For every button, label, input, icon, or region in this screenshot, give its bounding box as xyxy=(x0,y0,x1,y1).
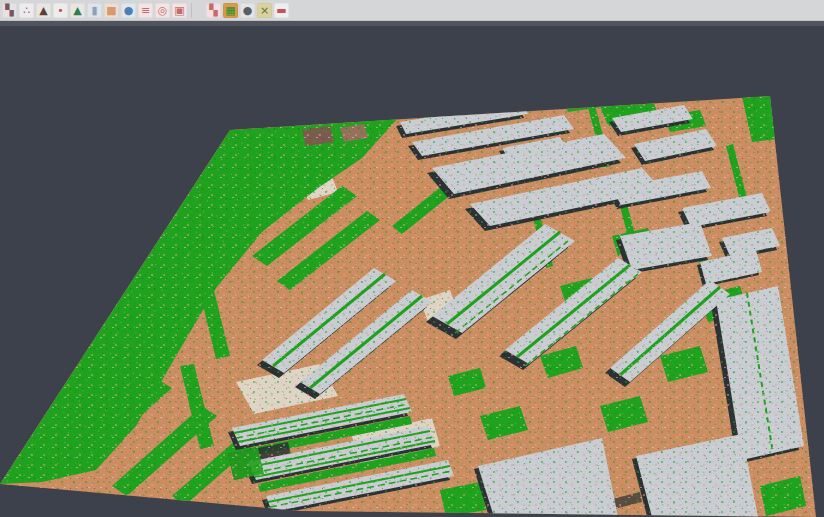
classification-palette-icon-glyph: ▦ xyxy=(225,4,235,15)
classification-palette-icon[interactable]: ▦ xyxy=(223,3,238,18)
point-cloud-scene xyxy=(0,26,824,517)
ring-red-icon[interactable]: ◎ xyxy=(155,3,170,18)
checker-red-icon-glyph: ▚ xyxy=(209,4,217,15)
scatter-points-icon-glyph: ∴ xyxy=(23,4,30,15)
speckle-noise xyxy=(0,26,824,517)
point-red-icon[interactable]: • xyxy=(53,3,68,18)
globe-blue-icon[interactable]: ● xyxy=(121,3,136,18)
toolbar: ▚∴▲•▲▮■●≡◎▣▚▦●×▬ xyxy=(0,0,824,21)
checker-red-icon[interactable]: ▚ xyxy=(206,3,221,18)
point-red-icon-glyph: • xyxy=(57,4,64,15)
terrain-green-icon[interactable]: ▲ xyxy=(70,3,85,18)
sphere-dark-icon-glyph: ● xyxy=(243,4,253,15)
viewport-3d[interactable] xyxy=(0,26,824,517)
area-orange-icon-glyph: ■ xyxy=(106,4,116,15)
blocks-maroon-icon[interactable]: ▚ xyxy=(2,3,17,18)
terrain-dark-icon[interactable]: ▲ xyxy=(36,3,51,18)
ruler-red-icon-glyph: ▬ xyxy=(276,4,286,15)
sphere-dark-icon[interactable]: ● xyxy=(240,3,255,18)
layers-red-icon[interactable]: ≡ xyxy=(138,3,153,18)
select-region-icon[interactable]: ▣ xyxy=(172,3,187,18)
terrain-dark-icon-glyph: ▲ xyxy=(39,4,47,15)
select-region-icon-glyph: ▣ xyxy=(174,4,184,15)
layers-red-icon-glyph: ≡ xyxy=(141,4,150,15)
globe-blue-icon-glyph: ● xyxy=(124,4,134,15)
terrain-green-icon-glyph: ▲ xyxy=(73,4,81,15)
profile-column-icon-glyph: ▮ xyxy=(91,4,97,15)
area-orange-icon[interactable]: ■ xyxy=(104,3,119,18)
toolbar-group-separator xyxy=(191,3,202,18)
cross-yellow-icon[interactable]: × xyxy=(257,3,272,18)
blocks-maroon-icon-glyph: ▚ xyxy=(5,4,13,15)
terrain xyxy=(0,26,824,517)
ring-red-icon-glyph: ◎ xyxy=(158,4,168,15)
cross-yellow-icon-glyph: × xyxy=(260,4,269,15)
toolbar-icons: ▚∴▲•▲▮■●≡◎▣▚▦●×▬ xyxy=(2,3,291,18)
ruler-red-icon[interactable]: ▬ xyxy=(274,3,289,18)
scatter-points-icon[interactable]: ∴ xyxy=(19,3,34,18)
profile-column-icon[interactable]: ▮ xyxy=(87,3,102,18)
